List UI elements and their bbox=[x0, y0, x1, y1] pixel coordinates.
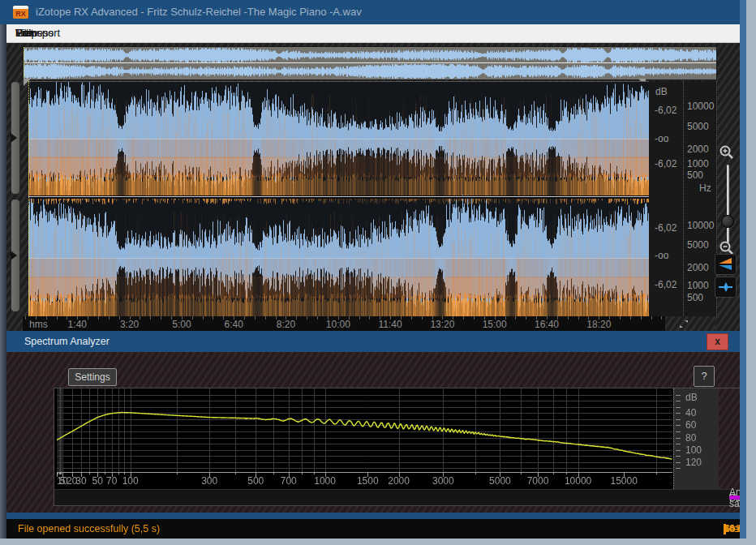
freq-tick-label: 30 bbox=[75, 475, 86, 487]
freq-tick-label: 300 bbox=[201, 475, 217, 487]
ruler-time-label: 5:00 bbox=[172, 319, 191, 330]
window-frame-left bbox=[0, 24, 6, 539]
freq-scale-label: 500 bbox=[687, 170, 703, 181]
db-tick-mark bbox=[676, 407, 681, 408]
ruler-time-label: 16:40 bbox=[535, 319, 559, 330]
spectrum-analyzer-body: Settings ? dB406080100120 Anchor sampleS… bbox=[6, 352, 740, 513]
spectrogram-waveform-blend-icon bbox=[718, 257, 733, 272]
spectrogram-view[interactable] bbox=[28, 81, 649, 317]
slider-pointer-icon bbox=[11, 133, 17, 143]
freq-scale-label: 2000 bbox=[687, 262, 709, 273]
time-ruler[interactable]: hms1:403:205:006:408:2010:0011:4013:2015… bbox=[23, 316, 665, 331]
help-button[interactable]: ? bbox=[694, 366, 715, 387]
spectrum-plot bbox=[57, 388, 673, 489]
freq-scale-label: 500 bbox=[687, 292, 703, 303]
freq-unit-label: Hz bbox=[699, 182, 711, 194]
db-tick-label: 100 bbox=[685, 444, 702, 456]
menu-help[interactable]: Help bbox=[6, 24, 46, 42]
window-frame-bottom bbox=[0, 539, 746, 545]
spectrum-plot-container: dB406080100120 Anchor sampleSelectionPla… bbox=[54, 388, 743, 506]
db-unit-label: dB bbox=[685, 392, 698, 403]
app-window: RX iZotope RX Advanced - Fritz Schulz-Re… bbox=[0, 0, 756, 545]
freq-tick-label: 10000 bbox=[565, 475, 591, 487]
db-tick-label: 120 bbox=[685, 457, 702, 468]
panel-bottom-edge bbox=[6, 513, 740, 519]
window-frame-right-outer bbox=[746, 0, 756, 545]
freq-tick-label: 70 bbox=[106, 475, 117, 487]
db-tick-mark bbox=[676, 444, 681, 444]
scale-panel: dB-6,02-oo-6,0210000500020001000500-6,02… bbox=[649, 81, 717, 316]
ruler-end-area bbox=[665, 316, 715, 331]
db-tick-label: 60 bbox=[685, 419, 696, 431]
amp-scale-label: -6,02 bbox=[655, 222, 677, 234]
overview-selection-marker bbox=[24, 47, 24, 78]
freq-tick-label: 1000 bbox=[314, 475, 336, 487]
db-tick-mark bbox=[676, 431, 681, 432]
freq-tick-label: 5000 bbox=[489, 475, 511, 487]
workspace: dB-6,02-oo-6,0210000500020001000500-6,02… bbox=[6, 43, 740, 331]
ruler-time-label: 10:00 bbox=[326, 319, 350, 330]
freq-scale-label: 10000 bbox=[687, 220, 714, 231]
db-scale-panel: dB406080100120 bbox=[673, 388, 719, 489]
status-message: File opened successfully (5,5 s) bbox=[18, 519, 160, 539]
window-title: iZotope RX Advanced - Fritz Schulz-Reich… bbox=[36, 0, 362, 24]
amp-scale-label: -oo bbox=[655, 250, 668, 261]
selection-start-marker bbox=[28, 81, 29, 316]
freq-tick-label: 50 bbox=[92, 475, 103, 487]
amp-scale-label: -6,02 bbox=[655, 158, 677, 170]
legend: Anchor sampleSelectionPlayback bbox=[54, 489, 742, 505]
freq-scale-label: 5000 bbox=[687, 121, 709, 132]
ruler-time-label: 13:20 bbox=[430, 319, 454, 330]
db-tick-mark bbox=[676, 450, 681, 451]
window-frame-right-inner bbox=[740, 0, 746, 545]
ruler-time-label: 6:40 bbox=[225, 319, 243, 330]
amp-scale-label: -oo bbox=[655, 133, 668, 144]
db-tick-label: 40 bbox=[685, 407, 696, 418]
ruler-time-label: 11:40 bbox=[379, 319, 402, 330]
menu-bar: FileEditViewProcessTransportHelp bbox=[6, 24, 740, 43]
ruler-time-label: 8:20 bbox=[277, 319, 295, 330]
zoom-in-icon[interactable] bbox=[719, 144, 735, 161]
spectrum-analyzer-panel: Spectrum Analyzer x Settings ? dB4060801… bbox=[6, 331, 740, 519]
db-tick-mark bbox=[676, 419, 681, 420]
db-tick-mark bbox=[676, 468, 681, 469]
freq-scale-label: 10000 bbox=[687, 101, 714, 112]
waveform-display-button[interactable] bbox=[715, 277, 737, 298]
amp-scale-label: -6,02 bbox=[655, 279, 677, 290]
freq-scale-label: 1000 bbox=[687, 158, 709, 170]
waveform-icon bbox=[718, 281, 733, 293]
plot-corner-filler bbox=[719, 388, 742, 489]
freq-tick-label: 1500 bbox=[357, 475, 379, 487]
db-tick-mark bbox=[676, 438, 681, 439]
zoom-slider-knob[interactable] bbox=[721, 215, 734, 228]
spectrum-analyzer-close-button[interactable]: x bbox=[707, 333, 728, 350]
freq-tick-label: 500 bbox=[247, 475, 264, 487]
amp-unit-label: dB bbox=[655, 86, 668, 97]
ruler-time-label: 1:40 bbox=[68, 319, 87, 330]
db-tick-mark bbox=[676, 456, 681, 457]
db-tick-label: 80 bbox=[685, 432, 696, 444]
freq-tick-label: 3000 bbox=[432, 475, 454, 487]
settings-button[interactable]: Settings bbox=[68, 368, 117, 386]
ruler-time-label: 18:20 bbox=[586, 319, 611, 330]
freq-tick-label: 7000 bbox=[527, 475, 549, 487]
ruler-unit-label: hms bbox=[29, 319, 48, 330]
zoom-slider-track[interactable] bbox=[727, 165, 729, 242]
db-tick-mark bbox=[676, 462, 681, 463]
overview-waveform[interactable] bbox=[23, 46, 717, 80]
status-bar: File opened successfully (5,5 s) Stereo1… bbox=[6, 519, 740, 539]
freq-tick-label: 2000 bbox=[388, 475, 410, 487]
freq-tick-label: 700 bbox=[281, 475, 297, 487]
channel1-gain-slider[interactable] bbox=[11, 81, 20, 195]
ruler-time-label: 3:20 bbox=[120, 319, 139, 330]
spectrum-analyzer-title-bar[interactable]: Spectrum Analyzer bbox=[6, 331, 740, 352]
db-tick-mark bbox=[676, 413, 681, 414]
title-bar[interactable]: RX iZotope RX Advanced - Fritz Schulz-Re… bbox=[0, 0, 746, 24]
db-tick-mark bbox=[676, 395, 681, 396]
channel2-gain-slider[interactable] bbox=[11, 199, 20, 312]
spectrogram-display-button[interactable] bbox=[715, 254, 737, 275]
freq-scale-label: 5000 bbox=[687, 239, 709, 251]
db-tick-mark bbox=[676, 401, 681, 401]
panel-resize-icon[interactable] bbox=[678, 320, 689, 328]
freq-scale-label: 2000 bbox=[687, 144, 709, 155]
